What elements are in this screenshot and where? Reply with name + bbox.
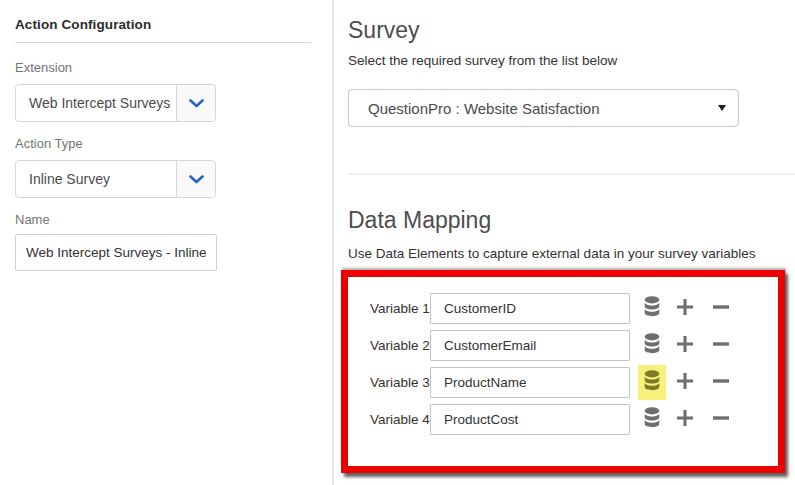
name-label: Name [15, 212, 50, 227]
section-divider [348, 173, 795, 175]
data-element-picker-button[interactable] [638, 328, 666, 363]
remove-variable-button[interactable] [712, 411, 730, 429]
survey-select[interactable]: QuestionPro : Website Satisfaction [348, 89, 739, 127]
variable-label: Variable 1 [370, 301, 430, 316]
plus-icon [676, 409, 694, 431]
variable-label: Variable 2 [370, 338, 430, 353]
extension-dropdown[interactable]: Web Intercept Surveys [15, 84, 216, 122]
annotation-red-box: Variable 1 [341, 270, 785, 473]
remove-variable-button[interactable] [712, 300, 730, 318]
chevron-down-icon [189, 170, 204, 188]
minus-icon [712, 372, 730, 394]
minus-icon [712, 409, 730, 431]
variable-1-input[interactable] [430, 293, 630, 324]
minus-icon [712, 335, 730, 357]
add-variable-button[interactable] [676, 411, 694, 429]
variable-label: Variable 4 [370, 412, 430, 427]
variable-label: Variable 3 [370, 375, 430, 390]
name-input[interactable] [15, 234, 217, 271]
add-variable-button[interactable] [676, 337, 694, 355]
panel-divider [332, 0, 334, 485]
data-element-picker-button[interactable] [638, 402, 666, 437]
action-type-dropdown-button[interactable] [176, 161, 215, 197]
mapping-row-4: Variable 4 [348, 404, 778, 435]
database-icon [644, 333, 660, 358]
extension-label: Extension [15, 60, 72, 75]
survey-section-title: Survey [348, 17, 420, 44]
chevron-down-icon [189, 94, 204, 112]
remove-variable-button[interactable] [712, 337, 730, 355]
action-type-label: Action Type [15, 136, 83, 151]
database-icon [644, 407, 660, 432]
plus-icon [676, 335, 694, 357]
mapping-row-1: Variable 1 [348, 293, 778, 324]
variable-3-input[interactable] [430, 367, 630, 398]
mapping-row-3: Variable 3 [348, 367, 778, 398]
action-type-dropdown-value: Inline Survey [16, 161, 176, 197]
plus-icon [676, 372, 694, 394]
minus-icon [712, 298, 730, 320]
database-icon [644, 296, 660, 321]
caret-down-icon [718, 105, 726, 111]
variable-4-input[interactable] [430, 404, 630, 435]
action-configuration-screen: Action Configuration Extension Web Inter… [0, 0, 795, 485]
plus-icon [676, 298, 694, 320]
survey-section-subtitle: Select the required survey from the list… [348, 53, 617, 68]
mapping-row-2: Variable 2 [348, 330, 778, 361]
extension-dropdown-button[interactable] [176, 85, 215, 121]
database-icon [644, 370, 660, 395]
panel-title: Action Configuration [15, 17, 151, 32]
action-type-dropdown[interactable]: Inline Survey [15, 160, 216, 198]
data-element-picker-button[interactable] [638, 291, 666, 326]
add-variable-button[interactable] [676, 374, 694, 392]
data-mapping-subtitle: Use Data Elements to capture external da… [348, 246, 755, 261]
data-mapping-title: Data Mapping [348, 207, 491, 234]
survey-select-value: QuestionPro : Website Satisfaction [349, 100, 718, 117]
remove-variable-button[interactable] [712, 374, 730, 392]
variable-2-input[interactable] [430, 330, 630, 361]
add-variable-button[interactable] [676, 300, 694, 318]
extension-dropdown-value: Web Intercept Surveys [16, 85, 176, 121]
title-underline [15, 42, 311, 43]
data-element-picker-button-highlighted[interactable] [638, 365, 666, 400]
